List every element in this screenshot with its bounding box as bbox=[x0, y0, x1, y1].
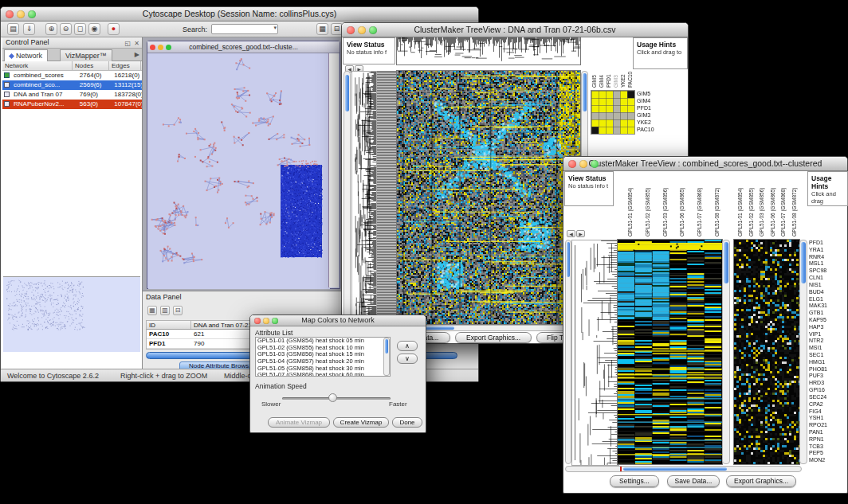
close-icon[interactable] bbox=[150, 45, 155, 50]
close-icon[interactable] bbox=[568, 160, 576, 168]
close-icon[interactable] bbox=[254, 318, 261, 324]
gene-label[interactable]: FIG4 bbox=[809, 408, 847, 416]
attribute-select-icon[interactable]: ▦ bbox=[147, 306, 157, 315]
gene-label[interactable]: VIP1 bbox=[809, 331, 847, 338]
gene-label[interactable]: MAK31 bbox=[809, 303, 847, 310]
move-up-button[interactable]: ∧ bbox=[397, 341, 418, 351]
tree-vertical-scrollbar[interactable] bbox=[344, 71, 351, 324]
minimize-icon[interactable] bbox=[358, 26, 366, 34]
gene-label[interactable]: ELG1 bbox=[809, 296, 847, 303]
attribute-list-item[interactable]: GPL51-07 (GSM868) heat shock 60 min bbox=[256, 372, 390, 377]
export-graphics-button[interactable]: Export Graphics... bbox=[726, 475, 796, 487]
expression-heatmap[interactable] bbox=[618, 240, 722, 464]
zoom-icon[interactable] bbox=[369, 26, 377, 34]
tree-vertical-scrollbar[interactable] bbox=[565, 240, 571, 464]
gene-name-strip[interactable] bbox=[377, 71, 397, 324]
tab-network[interactable]: Network bbox=[4, 49, 48, 61]
gene-label[interactable]: PEP5 bbox=[809, 450, 847, 457]
attribute-table-icon[interactable]: ▥ bbox=[160, 306, 170, 315]
scroll-thumb[interactable] bbox=[583, 73, 587, 111]
gene-label[interactable]: SPC98 bbox=[809, 268, 847, 275]
network-canvas[interactable] bbox=[148, 53, 330, 289]
minimize-icon[interactable] bbox=[158, 45, 163, 50]
bottom-horizontal-scrollbar[interactable] bbox=[565, 466, 802, 472]
attribute-list-scrollbar[interactable] bbox=[383, 338, 390, 376]
network-list-row[interactable]: combined_scores2764(0)16218(0) bbox=[2, 71, 142, 80]
save-data-button[interactable]: Save Data... bbox=[667, 475, 720, 487]
scroll-thumb[interactable] bbox=[345, 75, 349, 111]
close-panel-icon[interactable]: ✕ bbox=[134, 38, 139, 49]
scroll-thumb[interactable] bbox=[724, 242, 728, 283]
gene-label[interactable]: CPA2 bbox=[809, 401, 847, 408]
zoom-icon[interactable] bbox=[28, 10, 36, 18]
dialog-titlebar[interactable]: Map Colors to Network bbox=[250, 315, 426, 326]
zoom-out-icon[interactable]: ⊖ bbox=[60, 23, 72, 35]
treeview-combined-titlebar[interactable]: ClusterMaker TreeView : combined_scores_… bbox=[563, 157, 847, 171]
zoom-fit-icon[interactable]: ◻ bbox=[74, 23, 86, 35]
minimize-icon[interactable] bbox=[17, 10, 25, 18]
expression-heatmap[interactable] bbox=[397, 71, 580, 324]
zoom-icon[interactable] bbox=[591, 160, 599, 168]
gene-label[interactable]: SEC24 bbox=[809, 394, 847, 401]
network-overview-thumbnail[interactable] bbox=[3, 276, 140, 352]
scroll-thumb[interactable] bbox=[801, 242, 806, 283]
close-icon[interactable] bbox=[6, 10, 14, 18]
global-heatmap[interactable] bbox=[734, 240, 799, 464]
gene-label[interactable]: MON2 bbox=[809, 457, 847, 464]
column-dendrogram[interactable] bbox=[397, 37, 580, 64]
gene-label[interactable]: RPN1 bbox=[809, 436, 847, 443]
slider-thumb[interactable] bbox=[328, 393, 337, 402]
gene-label[interactable]: HMG1 bbox=[809, 359, 847, 366]
gene-label[interactable]: MSI1 bbox=[809, 345, 847, 352]
network-list-row[interactable]: DNA and Tran 07769(0)183728(0) bbox=[2, 90, 142, 100]
gene-label[interactable]: KAP95 bbox=[809, 317, 847, 324]
global-vertical-scrollbar[interactable] bbox=[799, 240, 807, 464]
gene-label[interactable]: GTB1 bbox=[809, 310, 847, 317]
scroll-left-icon[interactable]: ◀ bbox=[567, 230, 575, 237]
network-list-row[interactable]: combined_sco...2569(6)13112(15) bbox=[2, 80, 142, 90]
gene-label[interactable]: PUF3 bbox=[809, 373, 847, 380]
attribute-matrix-icon[interactable]: ⊟ bbox=[173, 306, 183, 315]
zoom-in-icon[interactable]: ⊕ bbox=[45, 23, 57, 35]
scroll-thumb[interactable] bbox=[567, 242, 570, 277]
create-vizmap-button[interactable]: Create Vizmap bbox=[333, 417, 389, 428]
scroll-right-icon[interactable]: ▶ bbox=[576, 230, 585, 237]
gene-label[interactable]: TCB3 bbox=[809, 443, 847, 451]
minimize-icon[interactable] bbox=[579, 160, 587, 168]
gene-dendrogram[interactable] bbox=[571, 240, 619, 466]
zoom-icon[interactable] bbox=[272, 318, 278, 324]
gene-label[interactable]: RNR4 bbox=[809, 254, 847, 261]
gene-label[interactable]: NIS1 bbox=[809, 282, 847, 289]
destroy-network-icon[interactable]: ● bbox=[108, 23, 120, 35]
gene-label[interactable]: PAN1 bbox=[809, 429, 847, 436]
network-view-titlebar[interactable]: combined_scores_good.txt--cluste... bbox=[147, 41, 340, 53]
gene-label[interactable]: NTR2 bbox=[809, 338, 847, 345]
gene-label[interactable]: MSL1 bbox=[809, 260, 847, 268]
export-graphics-button[interactable]: Export Graphics... bbox=[455, 332, 532, 343]
gene-label[interactable]: YRA1 bbox=[809, 247, 847, 254]
network-view-scrollbar[interactable] bbox=[328, 53, 339, 287]
gene-label[interactable]: HAP3 bbox=[809, 324, 847, 331]
cytoscape-titlebar[interactable]: Cytoscape Desktop (Session Name: collins… bbox=[1, 7, 478, 21]
tab-overflow-icon[interactable]: ▶ bbox=[135, 51, 139, 58]
grid-view-icon[interactable]: ▦ bbox=[316, 23, 328, 35]
tab-vizmapper[interactable]: VizMapper™ bbox=[60, 49, 112, 61]
gene-label[interactable]: SEC1 bbox=[809, 352, 847, 359]
minimize-icon[interactable] bbox=[263, 318, 269, 324]
heatmap-vertical-scrollbar[interactable] bbox=[722, 240, 730, 464]
gene-dendrogram[interactable] bbox=[351, 71, 377, 326]
scroll-thumb[interactable] bbox=[623, 467, 727, 471]
gene-label[interactable]: RPO21 bbox=[809, 422, 847, 429]
open-session-icon[interactable]: ▤ bbox=[7, 23, 19, 35]
float-panel-icon[interactable]: ◱ bbox=[124, 38, 131, 49]
search-input[interactable]: ▾ bbox=[211, 24, 278, 34]
done-button[interactable]: Done bbox=[392, 417, 422, 428]
gene-label[interactable]: GPI16 bbox=[809, 387, 847, 394]
settings-button[interactable]: Settings... bbox=[610, 475, 659, 487]
close-icon[interactable] bbox=[347, 26, 355, 34]
move-down-button[interactable]: ∨ bbox=[397, 354, 418, 364]
network-list-row[interactable]: RNAPuberNov2...563(0)107847(0) bbox=[2, 100, 142, 109]
treeview-dna-titlebar[interactable]: ClusterMaker TreeView : DNA and Tran 07-… bbox=[342, 23, 688, 37]
gene-label[interactable]: CLN1 bbox=[809, 275, 847, 282]
gene-label[interactable]: YSH1 bbox=[809, 415, 847, 422]
